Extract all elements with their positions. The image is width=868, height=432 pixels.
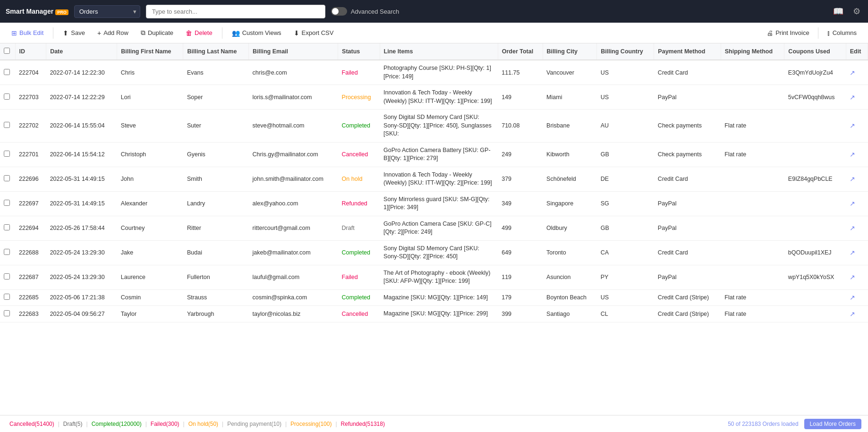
print-icon: 🖨 — [766, 29, 773, 37]
row-id: 222683 — [15, 306, 46, 322]
col-id[interactable]: ID — [15, 43, 46, 60]
row-status: Completed — [338, 289, 380, 306]
row-checkbox-cell[interactable] — [0, 85, 15, 110]
table-row: 222704 2022-07-14 12:22:30 Chris Evans c… — [0, 60, 868, 85]
edit-icon[interactable]: ↗ — [850, 294, 855, 301]
row-checkbox-cell[interactable] — [0, 142, 15, 167]
row-checkbox-cell[interactable] — [0, 110, 15, 143]
edit-icon[interactable]: ↗ — [850, 69, 855, 76]
row-checkbox-cell[interactable] — [0, 240, 15, 265]
search-input[interactable] — [146, 5, 325, 18]
row-line-items: The Art of Photography - ebook (Weekly) … — [380, 265, 498, 289]
select-all-checkbox[interactable] — [4, 48, 10, 54]
row-shipping-method — [721, 60, 784, 85]
col-payment-method[interactable]: Payment Method — [654, 43, 721, 60]
row-checkbox-cell[interactable] — [0, 60, 15, 85]
row-checkbox-cell[interactable] — [0, 191, 15, 216]
row-edit-cell[interactable]: ↗ — [846, 110, 868, 143]
edit-icon[interactable]: ↗ — [850, 310, 855, 318]
row-checkbox[interactable] — [4, 151, 10, 157]
row-checkbox[interactable] — [4, 310, 10, 316]
row-checkbox[interactable] — [4, 175, 10, 181]
footer-status-draft[interactable]: Draft(5) — [60, 420, 85, 428]
row-checkbox[interactable] — [4, 122, 10, 128]
edit-icon[interactable]: ↗ — [850, 151, 855, 158]
row-edit-cell[interactable]: ↗ — [846, 142, 868, 167]
col-billing-country[interactable]: Billing Country — [597, 43, 654, 60]
col-status[interactable]: Status — [338, 43, 380, 60]
row-checkbox[interactable] — [4, 273, 10, 280]
row-checkbox[interactable] — [4, 93, 10, 100]
row-edit-cell[interactable]: ↗ — [846, 240, 868, 265]
save-button[interactable]: ⬆ Save — [58, 27, 90, 39]
row-status: Draft — [338, 216, 380, 240]
print-invoice-button[interactable]: 🖨 Print Invoice — [762, 27, 814, 39]
row-edit-cell[interactable]: ↗ — [846, 306, 868, 322]
row-checkbox[interactable] — [4, 294, 10, 300]
delete-button[interactable]: 🗑 Delete — [181, 27, 217, 39]
col-billing-last-name[interactable]: Billing Last Name — [183, 43, 249, 60]
row-order-total: 179 — [498, 289, 543, 306]
entity-select[interactable]: Orders Products Customers Coupons — [74, 5, 140, 18]
footer-status-cancelled[interactable]: Cancelled(51400) — [7, 420, 57, 428]
row-last-name: Suter — [183, 110, 249, 143]
row-checkbox[interactable] — [4, 224, 10, 230]
row-checkbox-cell[interactable] — [0, 306, 15, 322]
footer-status-refunded[interactable]: Refunded(51318) — [338, 420, 388, 428]
load-more-button[interactable]: Load More Orders — [804, 419, 861, 429]
row-first-name: Chris — [117, 60, 183, 85]
custom-views-button[interactable]: 👥 Custom Views — [227, 27, 286, 39]
footer-status-processing[interactable]: Processing(100) — [288, 420, 334, 428]
row-edit-cell[interactable]: ↗ — [846, 216, 868, 240]
row-email: taylor@nicolas.biz — [249, 306, 338, 322]
row-edit-cell[interactable]: ↗ — [846, 85, 868, 110]
footer-status-failed[interactable]: Failed(300) — [148, 420, 182, 428]
export-csv-button[interactable]: ⬇ Export CSV — [289, 27, 339, 39]
edit-icon[interactable]: ↗ — [850, 93, 855, 101]
row-checkbox-cell[interactable] — [0, 167, 15, 191]
book-icon[interactable]: 📖 — [831, 4, 845, 18]
row-edit-cell[interactable]: ↗ — [846, 191, 868, 216]
add-row-button[interactable]: + Add Row — [93, 27, 133, 39]
row-checkbox[interactable] — [4, 200, 10, 206]
edit-icon[interactable]: ↗ — [850, 224, 855, 232]
row-checkbox[interactable] — [4, 69, 10, 75]
orders-table: ID Date Billing First Name Billing Last … — [0, 43, 868, 322]
col-billing-first-name[interactable]: Billing First Name — [117, 43, 183, 60]
duplicate-button[interactable]: ⧉ Duplicate — [136, 26, 178, 39]
row-edit-cell[interactable]: ↗ — [846, 60, 868, 85]
col-billing-email[interactable]: Billing Email — [249, 43, 338, 60]
row-edit-cell[interactable]: ↗ — [846, 289, 868, 306]
edit-icon[interactable]: ↗ — [850, 122, 855, 129]
col-shipping-method[interactable]: Shipping Method — [721, 43, 784, 60]
col-date[interactable]: Date — [46, 43, 117, 60]
gear-icon[interactable]: ⚙ — [851, 4, 862, 18]
edit-icon[interactable]: ↗ — [850, 200, 855, 207]
row-edit-cell[interactable]: ↗ — [846, 265, 868, 289]
row-line-items: Sony Mirrorless guard [SKU: SM-G][Qty: 1… — [380, 191, 498, 216]
bulk-edit-button[interactable]: ⊞ Bulk Edit — [7, 27, 48, 39]
footer-status-pending[interactable]: Pending payment(10) — [224, 420, 284, 428]
footer-status-onhold[interactable]: On hold(50) — [186, 420, 221, 428]
row-last-name: Ritter — [183, 216, 249, 240]
row-checkbox-cell[interactable] — [0, 289, 15, 306]
edit-icon[interactable]: ↗ — [850, 175, 855, 183]
row-coupons-used — [784, 306, 846, 322]
edit-icon[interactable]: ↗ — [850, 249, 855, 256]
col-coupons-used[interactable]: Coupons Used — [784, 43, 846, 60]
columns-button[interactable]: ⫿ Columns — [822, 27, 861, 39]
col-line-items[interactable]: Line Items — [380, 43, 498, 60]
row-edit-cell[interactable]: ↗ — [846, 167, 868, 191]
row-checkbox-cell[interactable] — [0, 265, 15, 289]
row-checkbox[interactable] — [4, 249, 10, 255]
advanced-search-switch[interactable] — [331, 7, 347, 16]
col-order-total[interactable]: Order Total — [498, 43, 543, 60]
col-billing-city[interactable]: Billing City — [543, 43, 597, 60]
entity-select-wrapper[interactable]: Orders Products Customers Coupons — [74, 5, 140, 18]
footer-status-completed[interactable]: Completed(120000) — [89, 420, 145, 428]
select-all-header[interactable] — [0, 43, 15, 60]
edit-icon[interactable]: ↗ — [850, 273, 855, 281]
row-checkbox-cell[interactable] — [0, 216, 15, 240]
footer-separator: | — [183, 421, 185, 427]
row-billing-country: US — [597, 289, 654, 306]
